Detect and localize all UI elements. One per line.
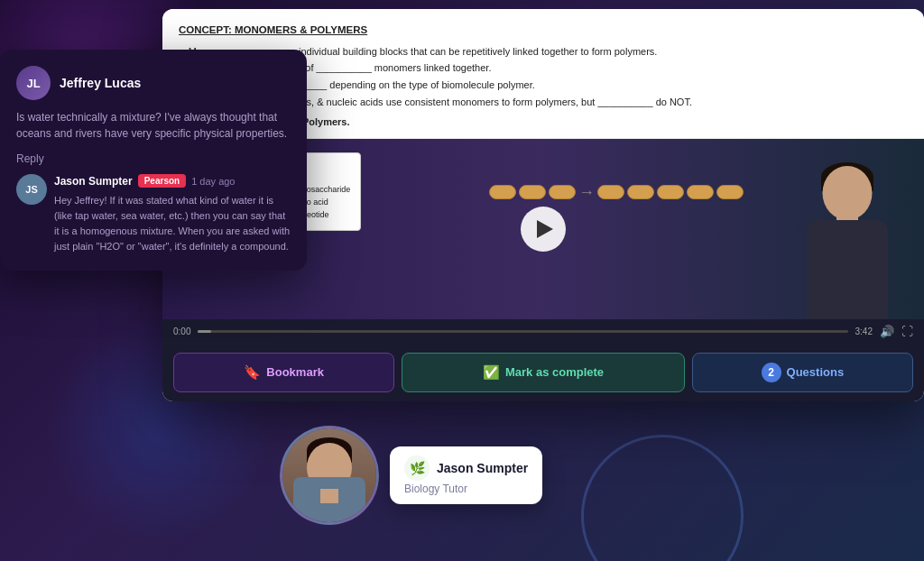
complete-label: Mark as complete (505, 365, 604, 379)
pearson-badge: Pearson (138, 174, 186, 188)
reply-block: JS Jason Sumpter Pearson 1 day ago Hey J… (16, 174, 291, 254)
reply-name: Jason Sumpter (54, 175, 133, 188)
reply-content: Jason Sumpter Pearson 1 day ago Hey Jeff… (54, 174, 291, 254)
tutor-icon: 🌿 (404, 455, 430, 481)
questions-count: 2 (762, 363, 781, 382)
video-time-current: 0:00 (173, 326, 190, 336)
fullscreen-icon[interactable]: ⛶ (901, 325, 913, 338)
reply-text: Hey Jeffrey! If it was stated what kind … (54, 193, 291, 254)
tutor-info-panel: 🌿 Jason Sumpter Biology Tutor (390, 446, 542, 504)
user-avatar-jl: JL (16, 66, 51, 100)
tutor-name: Jason Sumpter (437, 461, 528, 475)
questions-label: Questions (787, 365, 845, 379)
volume-icon[interactable]: 🔊 (880, 325, 894, 338)
comment-text: Is water technically a mixture? I've alw… (16, 109, 291, 142)
video-progress-bar[interactable] (198, 330, 847, 333)
play-icon (537, 220, 553, 238)
reply-time: 1 day ago (191, 176, 235, 187)
bookmark-icon: 🔖 (244, 364, 261, 381)
comment-username: Jeffrey Lucas (60, 76, 141, 90)
reply-header: Jason Sumpter Pearson 1 day ago (54, 174, 291, 188)
questions-button[interactable]: 2 Questions (692, 353, 913, 392)
video-time-total: 3:42 (855, 326, 873, 336)
bg-arc-decoration (581, 435, 744, 561)
bookmark-button[interactable]: 🔖 Bookmark (173, 353, 394, 392)
concept-title: CONCEPT: MONOMERS & POLYMERS (179, 22, 908, 40)
video-controls[interactable]: 0:00 3:42 🔊 ⛶ (162, 319, 924, 344)
bookmark-label: Bookmark (266, 365, 324, 379)
reply-label[interactable]: Reply (16, 152, 291, 165)
tutor-role: Biology Tutor (404, 483, 528, 495)
tutor-avatar-circle (280, 426, 379, 525)
reply-avatar: JS (16, 174, 47, 205)
tutor-photo (282, 428, 376, 522)
comment-card: JL Jeffrey Lucas Is water technically a … (0, 50, 307, 271)
tutor-card: 🌿 Jason Sumpter Biology Tutor (280, 426, 542, 525)
polymer-chain-diagram: → (489, 184, 744, 200)
mark-complete-button[interactable]: ✅ Mark as complete (402, 353, 684, 392)
video-instructor (780, 148, 915, 319)
complete-check-icon: ✅ (483, 364, 500, 381)
action-buttons-row: 🔖 Bookmark ✅ Mark as complete 2 Question… (162, 344, 924, 401)
video-progress-fill (198, 330, 210, 333)
tutor-name-row: 🌿 Jason Sumpter (404, 455, 528, 481)
comment-user-header: JL Jeffrey Lucas (16, 66, 291, 100)
play-button[interactable] (521, 207, 566, 252)
